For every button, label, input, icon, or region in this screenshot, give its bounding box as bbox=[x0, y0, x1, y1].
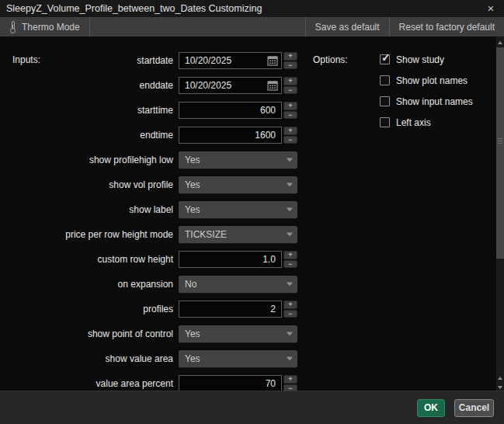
option-checkbox-row[interactable]: Left axis bbox=[380, 117, 473, 127]
input-label: show profilehigh low bbox=[0, 155, 179, 165]
input-label: profiles bbox=[0, 304, 179, 315]
input-row: price per row height mode TICKSIZE bbox=[0, 226, 304, 243]
spinner bbox=[283, 127, 297, 144]
checkbox[interactable] bbox=[380, 54, 390, 64]
ok-button[interactable]: OK bbox=[417, 399, 445, 417]
chevron-down-icon bbox=[287, 183, 293, 187]
input-rows: startdate 10/20/2025 bbox=[0, 52, 304, 391]
decrement-icon[interactable] bbox=[283, 384, 297, 391]
spinner bbox=[283, 301, 297, 318]
chevron-down-icon bbox=[287, 283, 293, 287]
scrollbar-thumb[interactable] bbox=[496, 47, 504, 259]
thermo-mode-label: Thermo Mode bbox=[22, 22, 80, 33]
dropdown-select[interactable]: Yes bbox=[179, 201, 297, 218]
cancel-button[interactable]: Cancel bbox=[454, 399, 494, 417]
date-value: 10/20/2025 bbox=[185, 78, 262, 93]
input-label: startdate bbox=[0, 55, 179, 66]
spinner bbox=[283, 251, 297, 268]
increment-icon[interactable] bbox=[283, 77, 297, 85]
increment-icon[interactable] bbox=[283, 375, 297, 384]
increment-icon[interactable] bbox=[283, 52, 297, 61]
decrement-icon[interactable] bbox=[283, 260, 297, 269]
checkbox[interactable] bbox=[380, 117, 390, 127]
date-field[interactable]: 10/20/2025 bbox=[179, 52, 282, 69]
input-row: show vol profile Yes bbox=[0, 176, 304, 193]
dropdown-select[interactable]: Yes bbox=[179, 350, 297, 367]
input-row: on expansion No bbox=[0, 276, 304, 293]
dropdown-value: Yes bbox=[185, 151, 200, 169]
dialog-content: Inputs: startdate 10/20/2025 bbox=[0, 36, 504, 391]
calendar-icon[interactable] bbox=[267, 55, 278, 66]
spinner bbox=[283, 52, 297, 69]
number-value: 600 bbox=[185, 103, 276, 118]
input-row: custom row height 1.0 bbox=[0, 251, 304, 268]
number-field[interactable]: 2 bbox=[179, 301, 282, 318]
number-value: 70 bbox=[185, 376, 276, 391]
option-checkbox-row[interactable]: Show plot names bbox=[380, 75, 473, 85]
input-label: on expansion bbox=[0, 279, 179, 290]
checkbox-label: Show plot names bbox=[396, 75, 468, 86]
input-label: price per row height mode bbox=[0, 229, 179, 240]
input-row: startdate 10/20/2025 bbox=[0, 52, 304, 69]
dropdown-select[interactable]: Yes bbox=[179, 151, 297, 169]
input-row: profiles 2 bbox=[0, 301, 304, 318]
increment-icon[interactable] bbox=[283, 251, 297, 259]
option-items: Show study Show plot names Show input na… bbox=[380, 54, 473, 138]
toolbar: Thermo Mode Save as default Reset to fac… bbox=[0, 17, 504, 36]
increment-icon[interactable] bbox=[283, 127, 297, 135]
number-value: 1.0 bbox=[185, 252, 276, 267]
calendar-icon[interactable] bbox=[267, 80, 278, 91]
reset-to-factory-default-button[interactable]: Reset to factory default bbox=[390, 17, 504, 36]
spinner bbox=[283, 77, 297, 94]
decrement-icon[interactable] bbox=[283, 61, 297, 70]
input-row: show value area Yes bbox=[0, 350, 304, 367]
scrollbar-grip bbox=[498, 138, 502, 145]
date-field[interactable]: 10/20/2025 bbox=[179, 77, 282, 94]
scroll-up-icon[interactable] bbox=[496, 38, 504, 47]
close-icon[interactable]: × bbox=[483, 0, 499, 17]
decrement-icon[interactable] bbox=[283, 111, 297, 120]
decrement-icon[interactable] bbox=[283, 310, 297, 318]
increment-icon[interactable] bbox=[283, 301, 297, 309]
input-label: value area percent bbox=[0, 378, 179, 389]
input-row: show label Yes bbox=[0, 201, 304, 218]
options-group-label: Options: bbox=[313, 54, 348, 65]
number-field[interactable]: 1.0 bbox=[179, 251, 282, 268]
option-checkbox-row[interactable]: Show input names bbox=[380, 96, 473, 106]
checkbox[interactable] bbox=[380, 96, 390, 106]
dialog-title: SleepyZ_Volume_Profile_between_two_Dates… bbox=[0, 3, 262, 14]
date-value: 10/20/2025 bbox=[185, 53, 262, 68]
dropdown-value: No bbox=[185, 276, 196, 293]
vertical-scrollbar[interactable] bbox=[496, 36, 504, 391]
number-field[interactable]: 70 bbox=[179, 375, 282, 391]
checkbox[interactable] bbox=[380, 75, 390, 85]
input-row: starttime 600 bbox=[0, 102, 304, 119]
thermo-mode-button[interactable]: Thermo Mode bbox=[0, 17, 89, 36]
dropdown-value: Yes bbox=[185, 176, 200, 193]
thermometer-icon bbox=[9, 21, 16, 33]
scroll-up-icon[interactable] bbox=[496, 374, 504, 383]
input-label: show vol profile bbox=[0, 179, 179, 190]
input-label: enddate bbox=[0, 80, 179, 91]
dropdown-select[interactable]: No bbox=[179, 276, 297, 293]
save-as-default-button[interactable]: Save as default bbox=[306, 17, 389, 36]
dropdown-select[interactable]: TICKSIZE bbox=[179, 226, 297, 243]
option-checkbox-row[interactable]: Show study bbox=[380, 54, 473, 64]
number-value: 1600 bbox=[185, 127, 276, 143]
chevron-down-icon bbox=[287, 233, 293, 237]
input-row: value area percent 70 bbox=[0, 375, 304, 391]
dropdown-select[interactable]: Yes bbox=[179, 176, 297, 193]
number-field[interactable]: 600 bbox=[179, 102, 282, 119]
decrement-icon[interactable] bbox=[283, 136, 297, 144]
checkbox-label: Show study bbox=[396, 54, 444, 65]
dropdown-select[interactable]: Yes bbox=[179, 325, 297, 342]
increment-icon[interactable] bbox=[283, 102, 297, 110]
chevron-down-icon bbox=[287, 158, 293, 162]
dropdown-value: Yes bbox=[185, 350, 200, 367]
input-row: enddate 10/20/2025 bbox=[0, 77, 304, 94]
number-field[interactable]: 1600 bbox=[179, 127, 282, 144]
input-label: custom row height bbox=[0, 254, 179, 265]
input-label: show value area bbox=[0, 353, 179, 364]
decrement-icon[interactable] bbox=[283, 86, 297, 95]
chevron-down-icon bbox=[287, 357, 293, 361]
